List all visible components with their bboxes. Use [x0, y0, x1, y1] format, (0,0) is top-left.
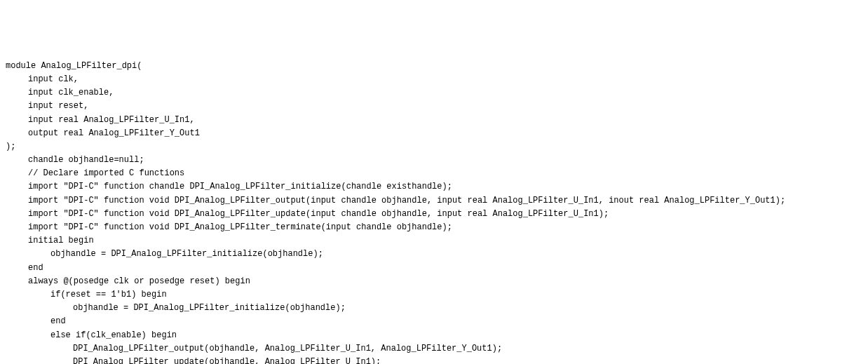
- code-line: objhandle = DPI_Analog_LPFilter_initiali…: [6, 248, 862, 261]
- code-line: input clk,: [6, 73, 862, 86]
- code-line: chandle objhandle=null;: [6, 154, 862, 167]
- code-line: import "DPI-C" function chandle DPI_Anal…: [6, 180, 862, 194]
- code-line: import "DPI-C" function void DPI_Analog_…: [6, 194, 862, 208]
- code-line: else if(clk_enable) begin: [6, 329, 862, 342]
- code-line: DPI_Analog_LPFilter_update(objhandle, An…: [6, 356, 862, 364]
- code-line: end: [6, 262, 862, 275]
- code-line: end: [6, 315, 862, 328]
- code-line: always @(posedge clk or posedge reset) b…: [6, 275, 862, 288]
- code-line: input reset,: [6, 100, 862, 113]
- code-line: module Analog_LPFilter_dpi(: [6, 60, 862, 73]
- code-line: initial begin: [6, 234, 862, 248]
- code-block: module Analog_LPFilter_dpi(input clk,inp…: [6, 60, 862, 364]
- code-line: );: [6, 140, 862, 154]
- code-line: // Declare imported C functions: [6, 167, 862, 180]
- code-line: output real Analog_LPFilter_Y_Out1: [6, 127, 862, 140]
- code-line: DPI_Analog_LPFilter_output(objhandle, An…: [6, 342, 862, 356]
- code-line: input real Analog_LPFilter_U_In1,: [6, 114, 862, 127]
- code-line: import "DPI-C" function void DPI_Analog_…: [6, 208, 862, 221]
- code-line: import "DPI-C" function void DPI_Analog_…: [6, 221, 862, 234]
- code-line: if(reset == 1'b1) begin: [6, 288, 862, 302]
- code-line: input clk_enable,: [6, 86, 862, 100]
- code-line: objhandle = DPI_Analog_LPFilter_initiali…: [6, 302, 862, 315]
